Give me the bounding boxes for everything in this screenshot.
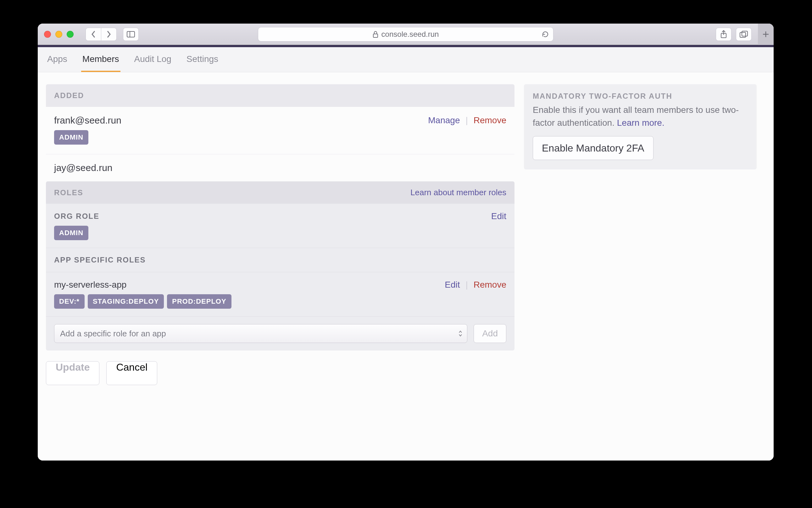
twofa-card: MANDATORY TWO-FACTOR AUTH Enable this if…	[524, 84, 757, 169]
cancel-button[interactable]: Cancel	[106, 361, 157, 385]
minimize-window-button[interactable]	[55, 31, 62, 38]
app-roles-block: APP SPECIFIC ROLES	[46, 248, 515, 272]
tabs-overview-button[interactable]	[736, 28, 752, 41]
back-button[interactable]	[86, 28, 101, 41]
chevron-right-icon	[106, 31, 111, 38]
sidebar-toggle-button[interactable]	[123, 28, 139, 41]
share-icon	[720, 30, 727, 38]
tab-members[interactable]: Members	[81, 47, 120, 72]
add-role-row: Add a specific role for an app Add	[46, 316, 515, 350]
select-placeholder: Add a specific role for an app	[60, 329, 166, 339]
org-role-title: ORG ROLE	[54, 212, 99, 221]
main-column: ADDED frank@seed.run Manage | Remove ADM…	[46, 84, 515, 449]
member-row: frank@seed.run Manage | Remove ADMIN	[46, 107, 515, 154]
browser-window: console.seed.run	[38, 24, 774, 461]
member-email: jay@seed.run	[54, 163, 506, 173]
twofa-title: MANDATORY TWO-FACTOR AUTH	[533, 92, 748, 100]
edit-app-role-link[interactable]: Edit	[445, 280, 460, 290]
separator: |	[465, 280, 468, 290]
url-text: console.seed.run	[381, 30, 439, 39]
added-header: ADDED	[46, 84, 515, 107]
reload-button[interactable]	[542, 31, 549, 38]
remove-app-role-link[interactable]: Remove	[474, 280, 506, 290]
close-window-button[interactable]	[44, 31, 51, 38]
traffic-lights	[44, 31, 74, 38]
address-bar[interactable]: console.seed.run	[258, 27, 554, 42]
learn-roles-link[interactable]: Learn about member roles	[410, 188, 506, 198]
tab-audit-log[interactable]: Audit Log	[133, 47, 173, 72]
org-role-block: ORG ROLE Edit ADMIN	[46, 204, 515, 248]
brand-accent-bar	[38, 45, 774, 47]
role-badge: STAGING:DEPLOY	[88, 294, 164, 309]
update-button[interactable]: Update	[46, 361, 99, 385]
new-tab-button[interactable]	[758, 24, 774, 45]
form-actions: Update Cancel	[46, 361, 515, 385]
svg-rect-0	[127, 32, 134, 37]
svg-rect-6	[742, 31, 747, 36]
add-role-select[interactable]: Add a specific role for an app	[54, 324, 467, 343]
svg-rect-2	[373, 34, 378, 37]
fullscreen-window-button[interactable]	[67, 31, 74, 38]
page-content: ADDED frank@seed.run Manage | Remove ADM…	[38, 72, 774, 461]
separator: |	[465, 115, 468, 125]
remove-member-link[interactable]: Remove	[474, 115, 506, 125]
app-role-row: my-serverless-app Edit | Remove DEV:* ST…	[46, 272, 515, 316]
role-badge: PROD:DEPLOY	[167, 294, 231, 309]
svg-rect-5	[740, 32, 746, 37]
role-badge: ADMIN	[54, 130, 88, 144]
tab-settings[interactable]: Settings	[185, 47, 219, 72]
side-column: MANDATORY TWO-FACTOR AUTH Enable this if…	[524, 84, 757, 449]
chevron-left-icon	[91, 31, 96, 38]
app-roles-title: APP SPECIFIC ROLES	[54, 256, 506, 264]
roles-panel: ROLES Learn about member roles ORG ROLE …	[46, 181, 515, 350]
forward-button[interactable]	[101, 28, 117, 41]
share-button[interactable]	[716, 28, 731, 41]
twofa-learn-more-link[interactable]: Learn more.	[617, 118, 664, 128]
reload-icon	[542, 31, 549, 38]
roles-title: ROLES	[54, 188, 83, 197]
member-email: frank@seed.run	[54, 115, 121, 126]
manage-member-link[interactable]: Manage	[428, 115, 460, 125]
lock-icon	[373, 31, 378, 38]
sidebar-icon	[127, 31, 135, 37]
twofa-text: Enable this if you want all team members…	[533, 104, 748, 129]
plus-icon	[762, 31, 769, 38]
tabs-icon	[740, 31, 748, 38]
role-badge: ADMIN	[54, 226, 88, 240]
role-badge: DEV:*	[54, 294, 85, 309]
roles-header: ROLES Learn about member roles	[46, 181, 515, 204]
member-row-editing: jay@seed.run	[46, 154, 515, 179]
enable-2fa-button[interactable]: Enable Mandatory 2FA	[533, 136, 653, 160]
page-tabs: Apps Members Audit Log Settings	[38, 47, 774, 72]
tab-apps[interactable]: Apps	[46, 47, 69, 72]
edit-org-role-link[interactable]: Edit	[491, 211, 506, 221]
chevron-up-down-icon	[458, 330, 462, 337]
window-titlebar: console.seed.run	[38, 24, 774, 45]
add-role-button[interactable]: Add	[474, 324, 506, 343]
app-name: my-serverless-app	[54, 280, 126, 290]
